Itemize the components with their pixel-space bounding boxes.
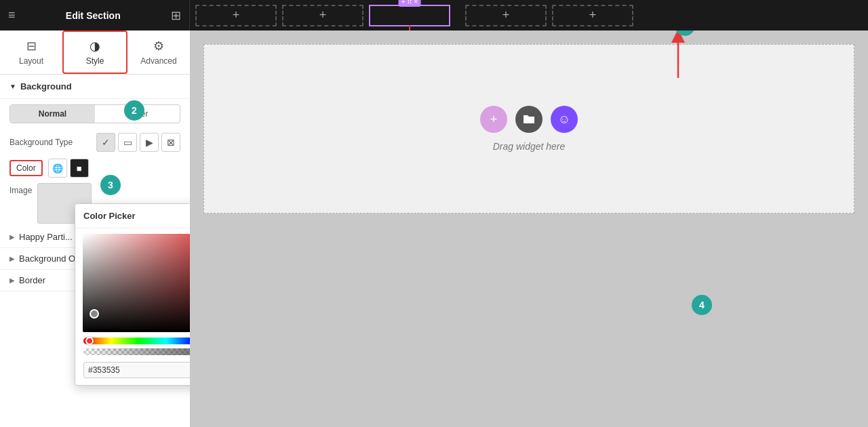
background-arrow-icon: ▼ [9,83,16,90]
add-column-btn-2[interactable]: + [282,5,363,26]
folder-icon [522,114,536,125]
happy-particles-arrow-icon: ▶ [9,233,15,241]
state-tab-normal[interactable]: Normal [10,105,95,123]
color-picker-header: Color Picker ↺ + ☰ ✏ [75,204,190,228]
color-gradient-canvas[interactable] [83,234,190,332]
border-arrow-icon: ▶ [9,277,15,284]
tab-advanced[interactable]: ⚙ Advanced [127,32,190,73]
background-section-header[interactable]: ▼ Background [0,75,190,99]
color-swatch-group: 🌐 ■ [48,159,89,178]
color-picker-title: Color Picker [83,211,136,221]
style-icon: ◑ [90,39,100,54]
happy-particles-label: Happy Parti... [19,232,73,242]
step-badge-1: 1 [675,30,695,36]
widget-emoji-btn[interactable]: ☺ [551,106,578,133]
layout-icon: ⊟ [26,39,37,54]
step-badge-4: 4 [692,295,712,315]
hue-slider[interactable] [83,338,190,344]
drag-widget-text: Drag widget here [493,141,566,152]
color-solid-btn[interactable]: ■ [70,159,89,178]
widget-actions: + ☺ [480,106,578,133]
alpha-row [75,348,190,355]
hue-slider-wrap [75,338,190,344]
background-type-row: Background Type ✓ ▭ ▶ ⊠ [0,129,190,156]
type-classic-btn[interactable]: ▭ [118,133,137,152]
color-value-row: HEXA RGBA HSLA [75,359,190,385]
panel-header: ≡ Edit Section ⊞ [0,0,190,30]
column-controls: + ⠿ × [399,0,421,7]
widget-add-btn[interactable]: + [480,106,507,133]
tab-style[interactable]: ◑ Style [62,30,127,74]
column-drag-icon[interactable]: ⠿ [407,0,412,6]
alpha-slider-inner [83,348,190,355]
gradient-canvas-element[interactable] [83,234,190,332]
add-column-btn-1[interactable]: + [195,5,277,26]
color-global-btn[interactable]: 🌐 [48,159,67,178]
column-add-icon[interactable]: + [401,0,406,5]
step-badge-2: 2 [124,100,144,121]
tab-style-label: Style [86,56,104,66]
tab-advanced-label: Advanced [140,56,176,66]
background-o-label: Background O... [19,253,83,264]
step-badge-3: 3 [100,175,121,195]
panel-title: Edit Section [66,10,121,21]
hex-input[interactable] [83,362,190,378]
add-column-btn-4[interactable]: + [465,5,547,26]
state-tabs: Normal Hover [9,104,180,123]
grid-icon[interactable]: ⊞ [171,8,181,23]
type-icon-group: ✓ ▭ ▶ ⊠ [96,133,180,152]
right-canvas: 1 2 3 4 + ☺ Drag widget here [190,30,868,427]
column-close-icon[interactable]: × [414,0,418,5]
border-label: Border [19,275,45,285]
advanced-icon: ⚙ [153,39,164,54]
type-none-btn[interactable]: ✓ [96,133,115,152]
menu-icon[interactable]: ≡ [8,8,16,22]
alpha-slider[interactable] [83,348,190,355]
background-section-label: Background [20,81,72,92]
color-label[interactable]: Color [9,160,43,176]
color-field-row: Color 🌐 ■ [0,156,190,180]
tab-layout[interactable]: ⊟ Layout [0,32,62,73]
tab-bar: ⊟ Layout ◑ Style ⚙ Advanced [0,30,190,75]
image-label: Image [9,183,32,195]
column-toolbar: + + + ⠿ × + + [190,0,868,30]
background-o-arrow-icon: ▶ [9,255,15,262]
type-video-btn[interactable]: ⊠ [161,133,180,152]
type-gradient-btn[interactable]: ▶ [140,133,159,152]
main-area: ⊟ Layout ◑ Style ⚙ Advanced ▼ Background… [0,30,868,427]
top-bar: ≡ Edit Section ⊞ + + + ⠿ × + + [0,0,868,30]
content-area: + ☺ Drag widget here [203,44,854,214]
add-column-btn-5[interactable]: + [552,5,633,26]
active-column-3: + ⠿ × [369,5,450,26]
left-panel: ⊟ Layout ◑ Style ⚙ Advanced ▼ Background… [0,30,190,427]
color-picker-popup: Color Picker ↺ + ☰ ✏ [75,203,190,386]
tab-layout-label: Layout [19,56,43,66]
hue-handle[interactable] [85,337,94,345]
widget-folder-btn[interactable] [515,106,542,133]
background-type-label: Background Type [9,138,91,147]
